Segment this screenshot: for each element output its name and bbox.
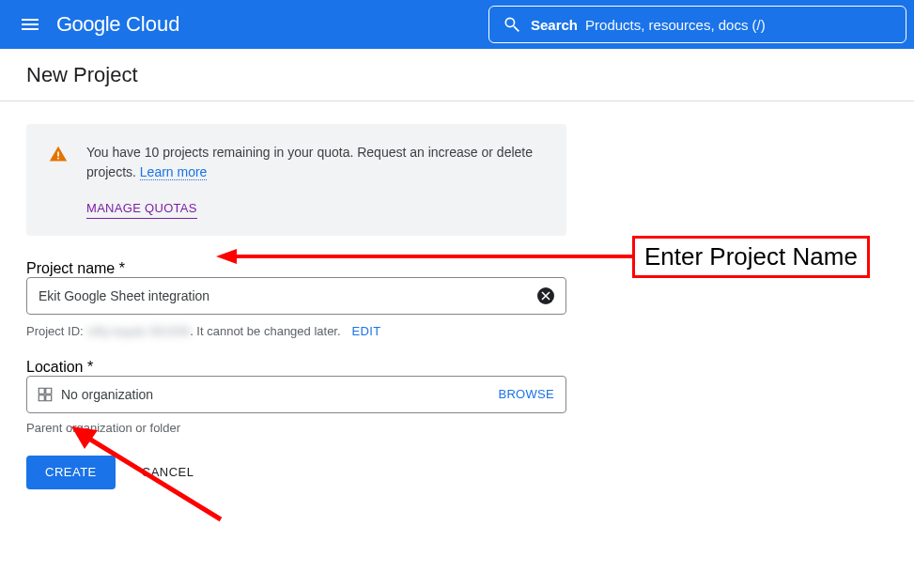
search-icon: [503, 15, 521, 34]
location-input[interactable]: [61, 387, 498, 402]
annotation-callout: Enter Project Name: [632, 236, 870, 278]
project-name-field: Project name *: [26, 260, 566, 315]
location-legend: Location *: [26, 359, 93, 375]
hamburger-icon: [19, 13, 41, 36]
clear-input-button[interactable]: [537, 287, 554, 304]
svg-rect-0: [57, 152, 59, 157]
brand-primary: Google: [56, 12, 120, 37]
search-label: Search: [531, 17, 578, 33]
project-id-value: nifty-kayak-361506: [86, 324, 190, 338]
quota-notice: You have 10 projects remaining in your q…: [26, 124, 566, 236]
organization-icon: [37, 386, 54, 403]
create-button[interactable]: CREATE: [26, 456, 116, 489]
notice-body: You have 10 projects remaining in your q…: [86, 143, 544, 219]
project-name-legend: Project name *: [26, 260, 125, 276]
project-id-prefix: Project ID:: [26, 324, 86, 338]
svg-rect-1: [57, 158, 59, 160]
search-box[interactable]: Search Products, resources, docs (/): [488, 6, 906, 43]
cancel-button[interactable]: CANCEL: [142, 465, 194, 479]
project-id-suffix: . It cannot be changed later.: [190, 324, 340, 338]
brand-secondary: Cloud: [126, 12, 179, 37]
button-row: CREATE CANCEL: [26, 456, 566, 489]
annotation-text: Enter Project Name: [644, 242, 858, 271]
page-title: New Project: [26, 63, 138, 87]
nav-menu-button[interactable]: [8, 2, 53, 47]
location-field: Location * BROWSE: [26, 359, 566, 413]
search-placeholder: Products, resources, docs (/): [585, 17, 766, 33]
project-name-inputbox[interactable]: [26, 277, 566, 315]
browse-button[interactable]: BROWSE: [498, 387, 554, 401]
location-helper: Parent organization or folder: [26, 421, 566, 435]
location-inputbox[interactable]: BROWSE: [26, 376, 566, 413]
manage-quotas-link[interactable]: MANAGE QUOTAS: [86, 199, 197, 219]
close-icon: [541, 291, 550, 301]
project-id-row: Project ID: nifty-kayak-361506. It canno…: [26, 324, 566, 338]
page-title-row: New Project: [0, 49, 914, 101]
edit-project-id-button[interactable]: EDIT: [352, 324, 381, 338]
brand-logo[interactable]: Google Cloud: [56, 12, 179, 37]
learn-more-link[interactable]: Learn more: [140, 164, 208, 180]
warning-icon: [49, 145, 68, 163]
content: You have 10 projects remaining in your q…: [0, 101, 914, 512]
project-name-input[interactable]: [39, 288, 537, 303]
project-id-label: Project ID: nifty-kayak-361506. It canno…: [26, 324, 341, 338]
console-header: Google Cloud Search Products, resources,…: [0, 0, 914, 49]
